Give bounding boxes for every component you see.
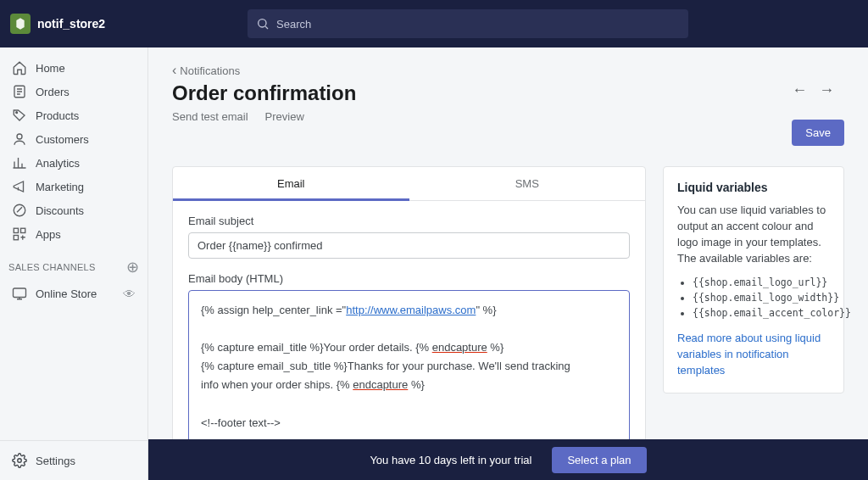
svg-line-1: [265, 26, 268, 29]
sidebar-item-settings[interactable]: Settings: [0, 441, 147, 480]
svg-point-3: [16, 112, 18, 114]
svg-rect-8: [14, 236, 18, 240]
subject-input[interactable]: [188, 232, 630, 259]
orders-icon: [12, 84, 27, 99]
settings-label: Settings: [36, 455, 75, 467]
body-label: Email body (HTML): [188, 272, 630, 285]
search-icon: [256, 17, 270, 31]
sidebar-item-home[interactable]: Home: [3, 56, 144, 80]
liquid-var-item: {{shop.email_logo_url}}: [693, 275, 830, 290]
sidebar-item-discounts[interactable]: Discounts: [3, 198, 144, 222]
search-box[interactable]: [248, 9, 688, 38]
customers-icon: [12, 131, 27, 147]
sidebar-item-label: Marketing: [36, 181, 84, 193]
svg-rect-9: [14, 288, 26, 298]
sidebar: Home Orders Products Customers Analytics…: [0, 47, 148, 480]
paginator: ← →: [792, 81, 844, 99]
marketing-icon: [12, 179, 27, 194]
search-input[interactable]: [276, 18, 680, 31]
store-name: notif_store2: [37, 17, 105, 31]
tabs: Email SMS: [173, 167, 645, 201]
email-editor-card: Email SMS Email subject Email body (HTML…: [172, 166, 646, 480]
form-body: Email subject Email body (HTML) {% assig…: [173, 201, 645, 480]
shopify-logo-icon: [10, 14, 31, 34]
breadcrumb[interactable]: ‹ Notifications: [172, 63, 844, 78]
sidebar-item-label: Apps: [36, 228, 61, 241]
liquid-variables-card: Liquid variables You can use liquid vari…: [663, 166, 844, 393]
next-arrow-icon[interactable]: →: [819, 81, 834, 99]
send-test-email-link[interactable]: Send test email: [172, 110, 248, 123]
chevron-left-icon: ‹: [172, 63, 176, 78]
sidebar-item-label: Home: [36, 62, 65, 75]
sidebar-item-label: Discounts: [36, 204, 84, 217]
topbar: notif_store2: [0, 0, 868, 47]
svg-rect-7: [21, 228, 25, 232]
store-brand[interactable]: notif_store2: [10, 14, 248, 34]
trial-bar: You have 10 days left in your trial Sele…: [148, 439, 868, 480]
sidebar-item-label: Orders: [36, 86, 70, 98]
sidebar-item-label: Customers: [36, 133, 89, 146]
sidebar-item-products[interactable]: Products: [3, 103, 144, 127]
nav-list: Home Orders Products Customers Analytics…: [0, 56, 147, 246]
svg-point-4: [17, 134, 22, 139]
select-plan-button[interactable]: Select a plan: [552, 447, 646, 473]
content-row: Email SMS Email subject Email body (HTML…: [172, 166, 844, 480]
apps-icon: [12, 226, 27, 242]
page-sub-actions: Send test email Preview: [172, 110, 356, 123]
svg-point-0: [259, 20, 266, 27]
sales-channels-label: SALES CHANNELS: [8, 262, 96, 272]
liquid-readmore-link[interactable]: Read more about using liquid variables i…: [677, 332, 821, 377]
side-card-title: Liquid variables: [677, 181, 830, 194]
sidebar-item-customers[interactable]: Customers: [3, 127, 144, 151]
trial-text: You have 10 days left in your trial: [370, 454, 531, 466]
main-content: ‹ Notifications Order confirmation Send …: [148, 47, 868, 480]
add-channel-icon[interactable]: ⊕: [126, 258, 139, 276]
body: Home Orders Products Customers Analytics…: [0, 47, 868, 480]
sidebar-item-online-store[interactable]: Online Store 👁: [3, 282, 144, 305]
svg-point-10: [18, 459, 22, 463]
liquid-var-list: {{shop.email_logo_url}} {{shop.email_log…: [677, 275, 830, 321]
sidebar-item-apps[interactable]: Apps: [3, 222, 144, 246]
page-title: Order confirmation: [172, 81, 356, 105]
products-icon: [12, 108, 27, 123]
save-button[interactable]: Save: [792, 120, 844, 146]
sidebar-footer: Settings: [0, 440, 147, 480]
discounts-icon: [12, 203, 27, 218]
channels-list: Online Store 👁: [0, 282, 147, 305]
side-card-desc: You can use liquid variables to output a…: [677, 203, 830, 266]
subject-label: Email subject: [188, 215, 630, 227]
preview-link[interactable]: Preview: [265, 110, 304, 123]
analytics-icon: [12, 155, 27, 170]
tab-sms[interactable]: SMS: [409, 167, 646, 200]
liquid-var-item: {{shop.email_accent_color}}: [693, 305, 830, 321]
sidebar-item-label: Products: [36, 109, 79, 122]
liquid-var-item: {{shop.email_logo_width}}: [693, 290, 830, 305]
subject-field-group: Email subject: [188, 215, 630, 259]
prev-arrow-icon[interactable]: ←: [792, 81, 807, 99]
sidebar-item-orders[interactable]: Orders: [3, 80, 144, 103]
breadcrumb-label: Notifications: [180, 64, 240, 77]
tab-email[interactable]: Email: [173, 167, 409, 200]
sales-channels-header: SALES CHANNELS ⊕: [0, 246, 147, 282]
view-store-icon[interactable]: 👁: [123, 287, 136, 301]
store-icon: [12, 286, 27, 301]
sidebar-item-marketing[interactable]: Marketing: [3, 175, 144, 198]
sidebar-item-analytics[interactable]: Analytics: [3, 151, 144, 175]
gear-icon: [12, 453, 27, 468]
svg-rect-6: [14, 228, 18, 232]
sidebar-item-label: Analytics: [36, 157, 80, 170]
home-icon: [12, 60, 27, 75]
sidebar-item-label: Online Store: [36, 287, 114, 300]
page-header: Order confirmation Send test email Previ…: [172, 81, 844, 146]
